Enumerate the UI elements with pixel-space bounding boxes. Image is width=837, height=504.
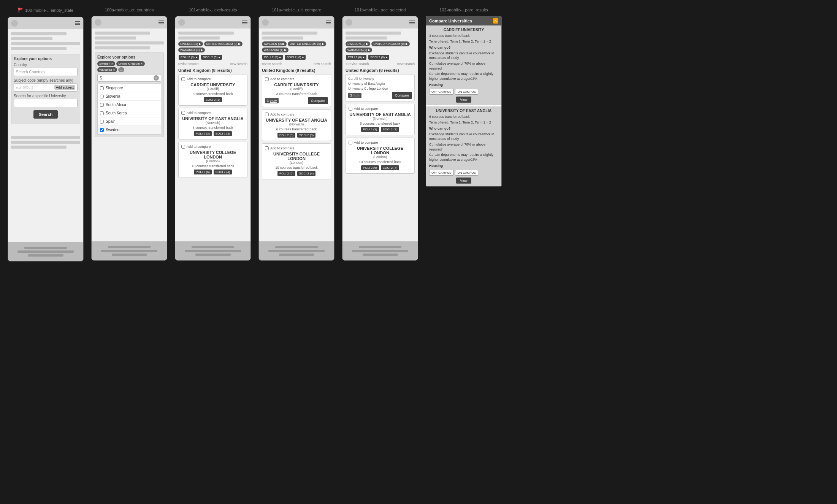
compare-button-101b[interactable]: Compare xyxy=(392,92,412,99)
ucl-soci-101b: SOCI 2 (4) xyxy=(381,165,399,170)
cardiff-compare-row-101a: 3 view Compare xyxy=(265,97,328,104)
menu-icon-101a[interactable] xyxy=(326,21,331,24)
checkbox-slovenia[interactable] xyxy=(100,95,104,98)
uea-courses-101: 6 courses transferred back xyxy=(181,126,244,130)
avatar xyxy=(11,20,18,27)
compare-count-101b: 3 hide xyxy=(348,93,361,98)
uea-courses-101b: 6 courses transferred back xyxy=(349,122,412,125)
uea-name-101a: UNIVERSITY OF EAST ANGLIA xyxy=(265,118,328,122)
checkbox-singapore[interactable] xyxy=(100,86,104,90)
country-item-spain[interactable]: Spain xyxy=(98,117,161,126)
tag-uk-101a: UNITED KINGDOM (8) ▶ xyxy=(288,41,326,46)
cardiff-compare-checkbox-101[interactable] xyxy=(181,77,185,81)
cardiff-who-title-compare: Who can go? xyxy=(429,45,498,50)
bottom-bar-2 xyxy=(11,141,80,144)
clear-search-button[interactable]: ✕ xyxy=(154,75,159,81)
uea-compare-label-101: Add to compare xyxy=(187,111,211,115)
tag-sweden: Sweden ✕ xyxy=(97,61,115,66)
cardiff-card-header-101: Add to compare xyxy=(181,77,244,81)
screen-102-wrapper: 102-mobile-...pare_results Compare Unive… xyxy=(426,8,502,187)
uea-compare-checkbox-101[interactable] xyxy=(181,111,185,115)
search-button[interactable]: Search xyxy=(33,110,58,119)
new-search-link-101[interactable]: new search xyxy=(230,62,247,66)
uea-soci-101a: SOCI 2 (3) xyxy=(297,133,315,138)
ucl-compare-checkbox-101b[interactable] xyxy=(349,141,352,144)
cardiff-term-compare: Term offered: Term 1, Term 2, Term 1 + 2 xyxy=(429,39,498,44)
uea-view-button[interactable]: View xyxy=(456,178,471,184)
country-tags-101a: SWEDEN (3) ▶ UNITED KINGDOM (8) ▶ WAKAND… xyxy=(262,41,331,52)
ucl-poli-101: POLI 2 (6) xyxy=(194,170,212,174)
country-item-sweden[interactable]: Sweden xyxy=(98,126,161,134)
screen-101b-header xyxy=(342,16,418,29)
uea-who-title-compare: Who can go? xyxy=(429,126,498,131)
cardiff-housing-row: OFF CAMPUS ON CAMPUS xyxy=(429,89,498,95)
cardiff-housing-title-compare: Housing xyxy=(429,82,498,87)
menu-icon-100a[interactable] xyxy=(159,21,164,24)
footer-bar-2 xyxy=(17,250,74,253)
screen-101a-wrapper: 101a-mobile...ult_compare SWEDEN (3) ▶ U… xyxy=(258,8,334,261)
uea-compare-checkbox-101a[interactable] xyxy=(265,113,269,116)
revise-search-link-101a[interactable]: revise search xyxy=(262,62,282,66)
search-value: S xyxy=(100,76,154,80)
new-search-link-101a[interactable]: new search xyxy=(314,62,331,66)
cardiff-courses-101: 3 courses transferred back xyxy=(181,92,244,96)
university-input[interactable] xyxy=(14,99,78,107)
search-countries-input[interactable]: Search Countries xyxy=(14,68,78,76)
country-tags-101: SWEDEN (3) ▶ UNITED KINGDOM (8) ▶ WAKAND… xyxy=(178,41,247,52)
subject-input[interactable]: e.g. BIOL 3 Add subject xyxy=(14,83,78,92)
uea-card-101a: Add to compare UNIVERSITY OF EAST ANGLIA… xyxy=(262,109,331,141)
subject-tags-101b: POLI 2 (8) ● SOCI 2 (6) ● xyxy=(346,54,415,60)
revise-search-link-101b[interactable]: < revise search xyxy=(346,62,369,66)
uea-courses-101a: 6 courses transferred back xyxy=(265,127,328,131)
country-item-south-africa[interactable]: South Africa xyxy=(98,101,161,109)
tag-uk-101b: UNITED KINGDOM (8) ▶ xyxy=(371,41,409,46)
uea-term-compare: Term offered: Term 1, Term 2, Term 1 + 2 xyxy=(429,120,498,125)
cardiff-compare-checkbox-101a[interactable] xyxy=(265,77,269,81)
view-label-101a[interactable]: view xyxy=(270,99,277,103)
checkbox-sweden[interactable] xyxy=(100,128,104,132)
country-tags-101b: SWEDEN (3) ▶ UNITED KINGDOM (8) ▶ WAKAND… xyxy=(346,41,415,52)
country-search-row[interactable]: S ✕ xyxy=(97,74,161,82)
revise-search-link-101[interactable]: revise search xyxy=(178,62,199,66)
uea-housing-title-compare: Housing xyxy=(429,163,498,168)
uea-subjects-101b: POLI 2 (3) SOCI 2 (3) xyxy=(349,127,412,132)
ucl-compare-checkbox-101a[interactable] xyxy=(265,146,269,150)
bottom-bar-3 xyxy=(11,146,67,149)
country-item-south-korea[interactable]: South Korea xyxy=(98,109,161,117)
tag-uk-101: UNITED KINGDOM (8) ▶ xyxy=(204,41,242,46)
screen-101b-label: 101b-mobile...see_selected xyxy=(355,8,406,12)
uea-poli-101b: POLI 2 (3) xyxy=(361,127,379,132)
uea-compare-checkbox-101b[interactable] xyxy=(349,107,352,111)
ucl-compare-label-101: Add to compare xyxy=(187,145,211,149)
screen-101a-label: 101a-mobile...ult_compare xyxy=(272,8,321,12)
screen-101a-content: SWEDEN (3) ▶ UNITED KINGDOM (8) ▶ WAKAND… xyxy=(259,29,334,241)
tag-wakanda-101a: WAKANDA (1) ▶ xyxy=(262,48,289,52)
checkbox-south-korea[interactable] xyxy=(100,111,104,115)
new-search-link-101b[interactable]: new search xyxy=(397,62,415,66)
country-list: Singapore Slovenia South Africa Sou xyxy=(97,84,161,135)
screen-100a-label: 100a-mobile...ct_countries xyxy=(105,8,154,12)
ucl-compare-label-101b: Add to compare xyxy=(354,141,378,144)
close-compare-button[interactable]: ✕ xyxy=(493,18,498,24)
menu-icon-101[interactable] xyxy=(242,21,247,24)
cardiff-view-button[interactable]: View xyxy=(456,97,471,103)
hide-label-101b[interactable]: hide xyxy=(353,94,360,97)
screen-100-content: Explore your options Country Search Coun… xyxy=(8,29,83,242)
compare-panel-header: Compare Universities ✕ xyxy=(426,16,501,25)
screen-100a-content: Explore your options Sweden ✕ United Kin… xyxy=(92,29,167,241)
cardiff-name-101a: CARDIFF UNIVERSITY xyxy=(265,82,328,87)
menu-icon[interactable] xyxy=(75,21,80,25)
cardiff-compare-section: CARDIFF UNIVERSITY 3 courses transferred… xyxy=(426,25,501,105)
cardiff-city-101: (Cardiff) xyxy=(181,87,244,91)
compare-panel: Compare Universities ✕ CARDIFF UNIVERSIT… xyxy=(426,16,502,187)
compare-button-101a[interactable]: Compare xyxy=(308,97,328,104)
cardiff-courses-101a: 3 courses transferred back xyxy=(265,92,328,96)
country-item-slovenia[interactable]: Slovenia xyxy=(98,92,161,101)
ucl-compare-checkbox-101[interactable] xyxy=(181,145,185,149)
results-title-101a: United Kingdom (8 results) xyxy=(262,68,331,73)
country-item-singapore[interactable]: Singapore xyxy=(98,84,161,92)
checkbox-south-africa[interactable] xyxy=(100,103,104,107)
checkbox-spain[interactable] xyxy=(100,120,104,124)
menu-icon-101b[interactable] xyxy=(409,21,415,24)
add-subject-button[interactable]: Add subject xyxy=(54,85,75,90)
